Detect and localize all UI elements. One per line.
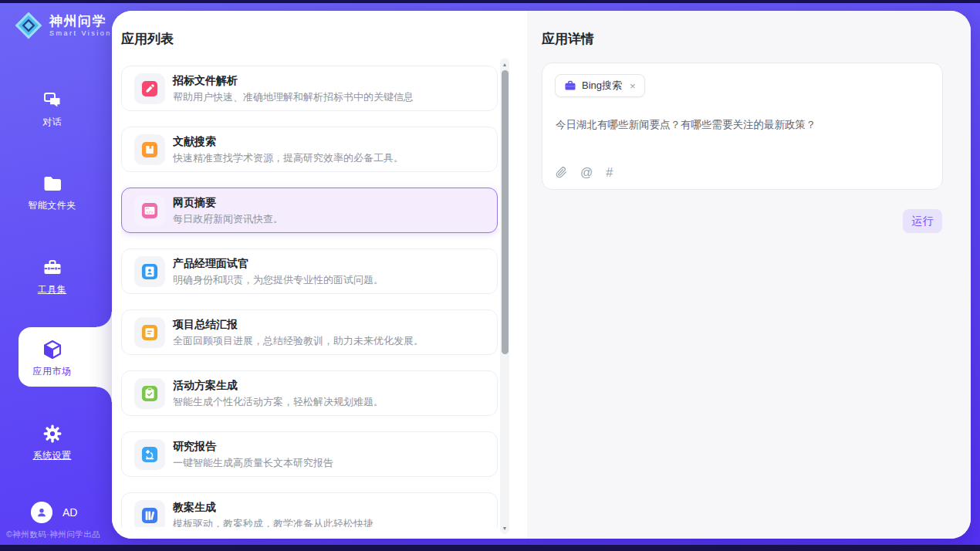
app-card-desc: 模板驱动，教案秒成，教学准备从此轻松快捷 — [173, 517, 373, 527]
paperclip-icon[interactable] — [556, 166, 567, 179]
person-icon — [35, 505, 49, 519]
scrollbar-down-arrow[interactable]: ▼ — [500, 522, 509, 533]
sidebar-item-label: 工具集 — [38, 283, 67, 296]
editor-toolbar: @ # — [556, 166, 613, 179]
gear-icon — [42, 423, 63, 445]
mention-icon[interactable]: @ — [580, 167, 593, 179]
sidebar-item-app-market[interactable]: 应用市场 — [0, 339, 104, 378]
app-card-title: 项目总结汇报 — [173, 318, 238, 332]
app-card-project-summary[interactable]: 项目总结汇报 全面回顾项目进展，总结经验教训，助力未来优化发展。 — [121, 309, 498, 355]
book-icon — [134, 134, 165, 165]
user-account[interactable]: AD — [31, 502, 77, 523]
diamond-gem-icon — [14, 11, 43, 40]
window-frame-bottom — [0, 545, 980, 551]
sidebar-item-toolset[interactable]: 工具集 — [0, 257, 104, 296]
brand-name: 神州问学 — [49, 14, 112, 29]
cube-icon — [42, 339, 63, 360]
sidebar: 神州问学 Smart Vision 对话 智能文件夹 工具集 — [0, 3, 112, 545]
app-list-title: 应用列表 — [121, 30, 174, 48]
app-card-title: 活动方案生成 — [173, 379, 238, 393]
app-card-literature-search[interactable]: 文献搜索 快速精准查找学术资源，提高研究效率的必备工具。 — [121, 127, 498, 172]
sidebar-item-label: 应用市场 — [33, 365, 72, 378]
microscope-icon — [134, 439, 165, 470]
app-card-title: 文献搜索 — [173, 135, 216, 149]
briefcase-icon — [564, 79, 576, 92]
chip-close-icon[interactable]: × — [630, 80, 636, 92]
app-card-lesson-plan[interactable]: 教案生成 模板驱动，教案秒成，教学准备从此轻松快捷 — [121, 492, 498, 527]
app-card-title: 招标文件解析 — [173, 74, 238, 88]
main-content: 应用列表 招标文件解析 帮助用户快速、准确地理解和解析招标书中的关键信息 — [112, 11, 971, 539]
app-list-scrollbar[interactable]: ▲ ▼ — [500, 58, 509, 534]
scrollbar-up-arrow[interactable]: ▲ — [500, 59, 509, 69]
sidebar-item-system-settings[interactable]: 系统设置 — [0, 423, 104, 462]
copyright-text: ©神州数码·神州问学出品 — [6, 529, 100, 540]
app-card-title: 研究报告 — [173, 440, 216, 454]
topic-icon[interactable]: # — [606, 167, 613, 179]
brand-subtitle: Smart Vision — [49, 29, 112, 37]
app-card-desc: 全面回顾项目进展，总结经验教训，助力未来优化发展。 — [173, 334, 424, 348]
scrollbar-thumb[interactable] — [502, 70, 509, 354]
sidebar-item-label: 系统设置 — [33, 449, 72, 462]
svg-text:</>: </> — [146, 210, 154, 215]
sidebar-item-smart-folder[interactable]: 智能文件夹 — [0, 173, 104, 212]
run-button[interactable]: 运行 — [903, 209, 942, 233]
app-card-desc: 明确身份和职责，为您提供专业性的面试问题。 — [173, 273, 384, 287]
browser-code-icon: </> — [134, 195, 165, 226]
app-card-title: 网页摘要 — [173, 196, 216, 210]
avatar — [31, 502, 52, 523]
app-card-desc: 快速精准查找学术资源，提高研究效率的必备工具。 — [173, 151, 404, 165]
app-card-pm-interviewer[interactable]: 产品经理面试官 明确身份和职责，为您提供专业性的面试问题。 — [121, 248, 498, 294]
active-nav-fillet-bottom — [96, 387, 112, 402]
app-card-title: 产品经理面试官 — [173, 257, 248, 271]
user-name: AD — [63, 506, 77, 519]
books-icon — [134, 500, 165, 527]
active-nav-fillet-top — [96, 312, 112, 327]
brand-logo: 神州问学 Smart Vision — [14, 11, 112, 40]
app-card-event-plan[interactable]: 活动方案生成 智能生成个性化活动方案，轻松解决规划难题。 — [121, 370, 498, 416]
chat-bubbles-icon — [42, 90, 63, 111]
app-detail-title: 应用详情 — [542, 30, 594, 48]
app-card-web-summary[interactable]: </> 网页摘要 每日政府新闻资讯快查。 — [121, 188, 498, 233]
app-card-list: 招标文件解析 帮助用户快速、准确地理解和解析招标书中的关键信息 文献搜索 快速精… — [121, 66, 498, 527]
sidebar-item-label: 对话 — [42, 116, 62, 129]
query-text[interactable]: 今日湖北有哪些新闻要点？有哪些需要关注的最新政策？ — [556, 117, 930, 133]
window-frame-top — [0, 0, 980, 3]
tool-chip-label: Bing搜索 — [582, 79, 622, 93]
app-card-bid-analysis[interactable]: 招标文件解析 帮助用户快速、准确地理解和解析招标书中的关键信息 — [121, 66, 498, 111]
folder-icon — [42, 173, 63, 194]
tool-chip-bing-search[interactable]: Bing搜索 × — [555, 74, 645, 97]
prompt-editor-card[interactable]: Bing搜索 × 今日湖北有哪些新闻要点？有哪些需要关注的最新政策？ @ # — [542, 63, 943, 190]
app-card-research-report[interactable]: 研究报告 一键智能生成高质量长文本研究报告 — [121, 431, 498, 477]
app-card-desc: 智能生成个性化活动方案，轻松解决规划难题。 — [173, 395, 384, 409]
person-document-icon — [134, 256, 165, 287]
app-card-title: 教案生成 — [173, 501, 216, 515]
notepad-icon — [134, 317, 165, 348]
edit-square-icon — [134, 73, 165, 104]
app-list-panel: 应用列表 招标文件解析 帮助用户快速、准确地理解和解析招标书中的关键信息 — [112, 11, 527, 539]
toolbox-icon — [42, 257, 63, 279]
app-card-desc: 每日政府新闻资讯快查。 — [173, 212, 283, 226]
sidebar-item-label: 智能文件夹 — [28, 199, 76, 212]
app-card-desc: 一键智能生成高质量长文本研究报告 — [173, 456, 333, 470]
app-card-desc: 帮助用户快速、准确地理解和解析招标书中的关键信息 — [173, 90, 414, 104]
sidebar-item-chat[interactable]: 对话 — [0, 90, 104, 129]
clipboard-check-icon — [134, 378, 165, 409]
app-detail-panel: 应用详情 Bing搜索 × 今日湖北有哪些新闻要点？有哪些需要关注的最新政策？ … — [527, 11, 971, 539]
